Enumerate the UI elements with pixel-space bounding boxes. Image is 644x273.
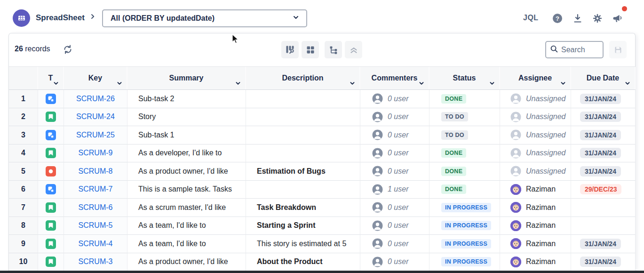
header-key[interactable]: Key [64, 67, 127, 89]
commenters-cell[interactable]: 0 user [360, 253, 429, 272]
due-date-cell[interactable]: 31/JAN/24 [571, 145, 636, 163]
summary-cell[interactable]: Sub-task 2 [127, 90, 246, 108]
announcements-megaphone-icon[interactable] [612, 13, 622, 24]
status-cell[interactable]: IN PROGRESS [429, 235, 500, 253]
status-cell[interactable]: DONE [429, 181, 500, 199]
due-date-cell[interactable]: 29/DEC/23 [571, 181, 636, 199]
chevron-down-icon[interactable] [624, 80, 631, 87]
issue-type-cell[interactable] [38, 90, 64, 108]
issue-key-link[interactable]: SCRUM-9 [79, 149, 113, 157]
summary-cell[interactable]: As a developer, I'd like to [127, 145, 246, 163]
grid-view-button[interactable] [302, 41, 319, 58]
collapse-all-button[interactable] [345, 41, 362, 58]
status-cell[interactable]: IN PROGRESS [429, 217, 500, 235]
assignee-cell[interactable]: Unassigned [500, 145, 571, 163]
settings-gear-icon[interactable] [592, 13, 603, 24]
row-number-cell[interactable]: 8 [9, 217, 38, 235]
due-date-cell[interactable] [571, 199, 636, 217]
issue-key-link[interactable]: SCRUM-4 [79, 240, 113, 248]
chevron-down-icon[interactable] [235, 80, 241, 87]
search-input[interactable] [561, 46, 599, 54]
commenters-cell[interactable]: 0 user [360, 217, 429, 235]
description-cell[interactable] [246, 90, 360, 108]
issue-key-link[interactable]: SCRUM-7 [79, 185, 113, 193]
issue-type-cell[interactable] [38, 162, 64, 181]
table-row[interactable]: 7 SCRUM-6 As a scrum master, I'd like Ta… [9, 199, 635, 217]
summary-cell[interactable]: Story [127, 108, 246, 127]
status-cell[interactable]: DONE [429, 145, 500, 163]
description-cell[interactable] [246, 181, 360, 199]
assignee-cell[interactable]: Unassigned [500, 162, 571, 181]
assignee-cell[interactable]: Raziman [500, 199, 571, 217]
due-date-cell[interactable] [571, 217, 636, 235]
header-commenters[interactable]: Commenters [360, 67, 429, 89]
commenters-cell[interactable]: 0 user [360, 145, 429, 163]
summary-cell[interactable]: As a product owner, I'd like [127, 253, 246, 272]
summary-cell[interactable]: As a team, I'd like to [127, 235, 246, 253]
issue-key-link[interactable]: SCRUM-8 [79, 167, 113, 176]
table-row[interactable]: 10 SCRUM-3 As a product owner, I'd like … [9, 253, 635, 272]
table-row[interactable]: 6 SCRUM-7 This is a sample task. Tasks [9, 181, 635, 199]
issue-type-cell[interactable] [38, 253, 64, 272]
commenters-cell[interactable]: 0 user [360, 90, 429, 108]
help-icon[interactable]: ? [552, 13, 563, 24]
issue-key-link[interactable]: SCRUM-6 [79, 203, 113, 212]
summary-cell[interactable]: Sub-task 1 [127, 126, 246, 145]
status-cell[interactable]: IN PROGRESS [429, 253, 500, 272]
commenters-cell[interactable]: 0 user [360, 108, 429, 127]
jql-button[interactable]: JQL [523, 14, 539, 22]
description-cell[interactable]: Task Breakdown [246, 199, 360, 217]
header-due-date[interactable]: Due Date [571, 67, 636, 89]
filter-dropdown[interactable]: All (ORDER BY updatedDate) [102, 9, 307, 27]
issue-type-cell[interactable] [38, 108, 64, 127]
header-type[interactable]: T [38, 67, 64, 89]
summary-cell[interactable]: As a team, I'd like to [127, 217, 246, 235]
status-cell[interactable]: TO DO [429, 126, 500, 145]
description-cell[interactable]: About the Product [246, 253, 360, 272]
due-date-cell[interactable]: 31/JAN/24 [571, 126, 636, 145]
assignee-cell[interactable]: Unassigned [500, 126, 571, 145]
chevron-down-icon[interactable] [53, 80, 59, 87]
assignee-cell[interactable]: Raziman [500, 217, 571, 235]
due-date-cell[interactable]: 31/JAN/24 [571, 162, 636, 181]
table-row[interactable]: 3 SCRUM-25 Sub-task 1 [9, 126, 635, 145]
commenters-cell[interactable]: 0 user [360, 235, 429, 253]
assignee-cell[interactable]: Raziman [500, 235, 571, 253]
chevron-down-icon[interactable] [116, 80, 123, 87]
row-number-cell[interactable]: 2 [9, 108, 38, 127]
issue-key-link[interactable]: SCRUM-25 [76, 131, 115, 139]
header-assignee[interactable]: Assignee [500, 67, 571, 89]
summary-cell[interactable]: As a product owner, I'd like [127, 162, 246, 181]
row-number-cell[interactable]: 7 [9, 199, 38, 217]
refresh-button[interactable] [62, 44, 74, 56]
due-date-cell[interactable]: 31/JAN/24 [571, 235, 636, 253]
chevron-down-icon[interactable] [489, 80, 495, 87]
row-number-cell[interactable]: 9 [9, 235, 38, 253]
assignee-cell[interactable]: Raziman [500, 181, 571, 199]
assignee-cell[interactable]: Raziman [500, 253, 571, 272]
header-description[interactable]: Description [246, 67, 360, 89]
issue-type-cell[interactable] [38, 181, 64, 199]
issue-type-cell[interactable] [38, 199, 64, 217]
issue-key-link[interactable]: SCRUM-3 [79, 257, 113, 266]
commenters-cell[interactable]: 1 user [360, 181, 429, 199]
summary-cell[interactable]: As a scrum master, I'd like [127, 199, 246, 217]
issue-type-cell[interactable] [38, 126, 64, 145]
row-number-cell[interactable]: 10 [9, 253, 38, 272]
table-row[interactable]: 1 SCRUM-26 Sub-task 2 [9, 90, 635, 108]
status-cell[interactable]: DONE [429, 90, 500, 108]
hierarchy-view-button[interactable] [325, 41, 342, 58]
column-settings-button[interactable] [281, 41, 299, 58]
table-row[interactable]: 8 SCRUM-5 As a team, I'd like to Startin… [9, 217, 635, 235]
due-date-cell[interactable]: 31/JAN/24 [571, 108, 636, 127]
chevron-down-icon[interactable] [560, 80, 566, 87]
description-cell[interactable] [246, 126, 360, 145]
download-icon[interactable] [572, 13, 583, 24]
description-cell[interactable] [246, 145, 360, 163]
status-cell[interactable]: DONE [429, 162, 500, 181]
summary-cell[interactable]: This is a sample task. Tasks [127, 181, 246, 199]
table-row[interactable]: 9 SCRUM-4 As a team, I'd like to This st… [9, 235, 635, 253]
assignee-cell[interactable]: Unassigned [500, 90, 571, 108]
table-row[interactable]: 5 SCRUM-8 As a product owner, I'd like E… [9, 162, 635, 181]
commenters-cell[interactable]: 0 user [360, 162, 429, 181]
